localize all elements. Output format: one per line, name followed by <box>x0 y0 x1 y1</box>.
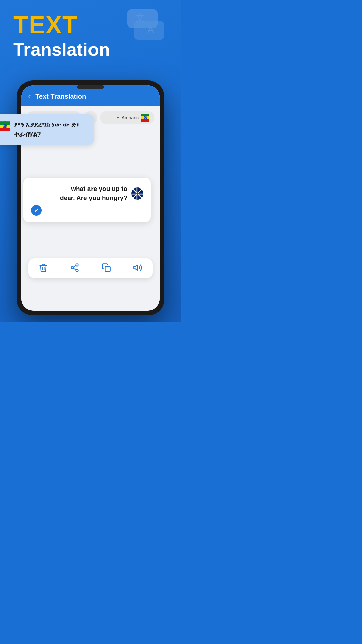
share-icon <box>70 263 79 272</box>
hero-text-label: TEXT <box>13 13 78 37</box>
check-circle-icon: ✓ <box>31 205 42 216</box>
amharic-message-text: ምን እያደረግክ ነው ው ድ፣ ተራብሃል? <box>14 120 87 139</box>
english-message-text-line2: dear, Are you hungry? <box>31 194 127 203</box>
english-bubble-wrap: what are you up to dear, Are you hungry?… <box>23 178 151 222</box>
action-bar <box>28 258 153 278</box>
ethiopia-flag-icon <box>141 114 149 122</box>
speaker-button[interactable] <box>133 263 142 274</box>
english-flag-icon <box>131 187 143 200</box>
copy-button[interactable] <box>102 263 111 274</box>
topbar-title: Text Translation <box>35 93 86 100</box>
english-bubble-header: what are you up to dear, Are you hungry? <box>31 184 143 202</box>
svg-rect-12 <box>141 114 149 116</box>
amharic-flag-icon <box>0 120 10 133</box>
svg-rect-14 <box>141 119 149 122</box>
english-bubble-footer: ✓ <box>31 205 143 216</box>
svg-rect-23 <box>0 128 10 131</box>
svg-rect-21 <box>0 121 10 125</box>
target-language-button[interactable]: ▾ Amharic <box>100 111 154 124</box>
phone-notch <box>77 85 104 89</box>
svg-rect-45 <box>105 267 110 272</box>
action-bar-wrap <box>28 258 153 278</box>
delete-button[interactable] <box>39 263 48 274</box>
speaker-icon <box>133 263 142 272</box>
hero-translation-label: Translation <box>13 40 110 59</box>
amharic-message-bubble: ምን እያደረግክ ነው ው ድ፣ ተራብሃል? <box>0 114 94 145</box>
deco-translation-icons: 文 A <box>117 6 171 48</box>
share-button[interactable] <box>70 263 79 274</box>
back-button[interactable]: ‹ <box>28 93 31 100</box>
svg-marker-46 <box>134 265 137 270</box>
svg-text:A: A <box>147 24 154 35</box>
amharic-bubble-wrap: ምን እያደረግክ ነው ው ድ፣ ተራብሃል? <box>0 114 94 145</box>
english-message-text-line1: what are you up to <box>31 184 127 194</box>
target-lang-text: Amharic <box>122 115 139 120</box>
delete-icon <box>39 263 48 272</box>
svg-line-43 <box>73 268 76 270</box>
svg-line-44 <box>73 266 76 267</box>
copy-icon <box>102 263 111 272</box>
target-lang-arrow: ▾ <box>117 116 119 120</box>
english-message-bubble: what are you up to dear, Are you hungry?… <box>23 178 151 222</box>
